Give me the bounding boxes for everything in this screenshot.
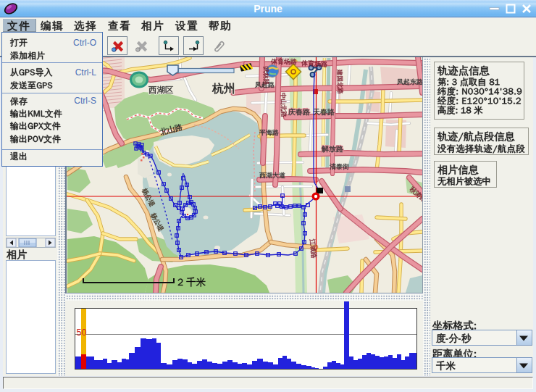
svg-text:50: 50 xyxy=(77,328,87,338)
